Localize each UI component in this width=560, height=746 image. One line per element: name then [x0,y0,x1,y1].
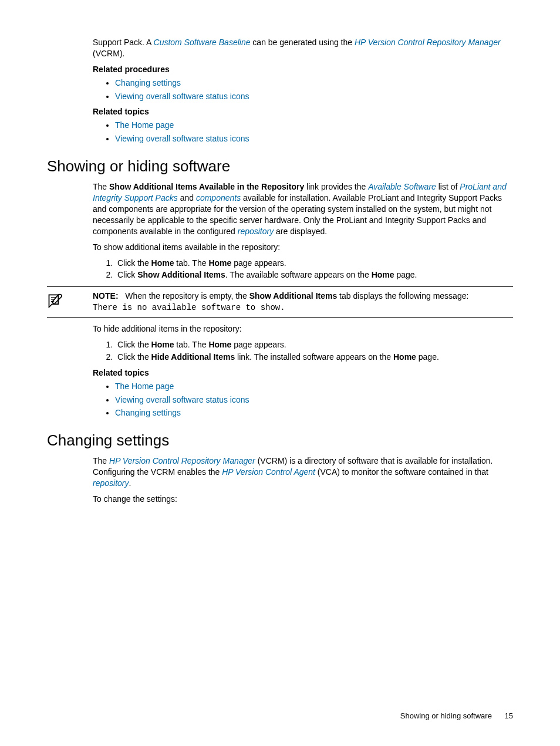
link-repository[interactable]: repository [93,478,129,488]
note-label: NOTE: [93,291,119,301]
link-repository[interactable]: repository [238,227,274,236]
link-changing-settings[interactable]: Changing settings [115,78,181,87]
hide-instruction: To hide additional items in the reposito… [93,323,513,335]
text: link provides the [304,182,368,191]
text: tab. The [174,340,208,349]
related-topics-list-2: The Home page Viewing overall software s… [93,381,513,419]
link-hp-vcrm[interactable]: HP Version Control Repository Manager [109,456,255,465]
content-block-intro: Support Pack. A Custom Software Baseline… [93,37,513,144]
related-procedures-list: Changing settings Viewing overall softwa… [93,77,513,102]
changing-paragraph-1: The HP Version Control Repository Manage… [93,455,513,489]
text: Click the [117,340,151,349]
related-topics-heading: Related topics [93,106,513,117]
step-1: Click the Home tab. The Home page appear… [115,258,513,269]
text: The [93,182,109,191]
page-footer: Showing or hiding software 15 [400,711,513,721]
text: tab. The [174,258,208,268]
text: When the repository is empty, the [125,291,249,301]
hide-steps: Click the Home tab. The Home page appear… [93,339,513,363]
text-bold: Show Additional Items [249,291,338,301]
text-bold: Home [151,258,174,268]
intro-paragraph: Support Pack. A Custom Software Baseline… [93,37,513,59]
text-bold: Home [372,270,394,279]
note-body: NOTE: When the repository is empty, the … [93,291,513,313]
changing-instruction: To change the settings: [93,494,513,505]
text-bold: Show Additional Items [137,270,225,279]
text-bold: Hide Additional Items [151,352,235,362]
link-available-software[interactable]: Available Software [368,182,436,191]
text-bold: Home [393,352,416,362]
text: can be generated using the [250,38,354,47]
related-topics-list-1: The Home page Viewing overall software s… [93,120,513,144]
show-steps: Click the Home tab. The Home page appear… [93,258,513,281]
note-icon-wrap [47,291,93,313]
heading-showing-hiding-software: Showing or hiding software [47,156,513,177]
text: Click the [117,352,151,362]
link-viewing-status-icons[interactable]: Viewing overall software status icons [115,395,249,404]
link-hp-vcrm[interactable]: HP Version Control Repository Manager [355,38,501,47]
text: The [93,456,109,465]
link-custom-software-baseline[interactable]: Custom Software Baseline [154,38,251,47]
link-viewing-status-icons[interactable]: Viewing overall software status icons [115,92,249,101]
content-block-changing: The HP Version Control Repository Manage… [93,455,513,505]
text-bold: Home [208,258,231,268]
page-number: 15 [505,711,513,720]
text: page appears. [231,258,286,268]
text-bold: Show Additional Items Available in the R… [109,182,304,191]
text: link. The installed software appears on … [235,352,393,362]
showing-paragraph-1: The Show Additional Items Available in t… [93,181,513,237]
note-box: NOTE: When the repository is empty, the … [47,286,513,318]
step-2: Click Show Additional Items. The availab… [115,269,513,281]
text: list of [436,182,460,191]
link-changing-settings[interactable]: Changing settings [115,408,181,417]
page: Support Pack. A Custom Software Baseline… [0,0,560,746]
text: Click [117,270,137,279]
text: Support Pack. A [93,38,154,47]
footer-section-title: Showing or hiding software [400,711,492,720]
related-topics-heading-2: Related topics [93,367,513,379]
content-block-showing: The Show Additional Items Available in t… [93,181,513,418]
text: and [178,193,196,202]
text-bold: Home [151,340,174,349]
link-viewing-status-icons[interactable]: Viewing overall software status icons [115,134,249,143]
text-bold: Home [208,340,231,349]
link-home-page[interactable]: The Home page [115,120,174,130]
step-1: Click the Home tab. The Home page appear… [115,339,513,350]
heading-changing-settings: Changing settings [47,430,513,451]
text: (VCA) to monitor the software contained … [315,467,488,477]
text: tab displays the following message: [337,291,468,301]
note-code: There is no available software to show. [93,303,285,312]
text: page appears. [231,340,286,349]
show-instruction: To show additional items available in th… [93,242,513,253]
text: page. [394,270,417,279]
text: . [129,478,131,488]
link-home-page[interactable]: The Home page [115,382,174,391]
note-icon [47,292,63,308]
link-hp-vca[interactable]: HP Version Control Agent [222,467,315,477]
related-procedures-heading: Related procedures [93,64,513,75]
text: (VCRM). [93,49,124,58]
text: Click the [117,258,151,268]
step-2: Click the Hide Additional Items link. Th… [115,352,513,363]
text: are displayed. [274,227,327,236]
text: . The available software appears on the [225,270,372,279]
text: page. [416,352,439,362]
link-components[interactable]: components [196,193,241,202]
